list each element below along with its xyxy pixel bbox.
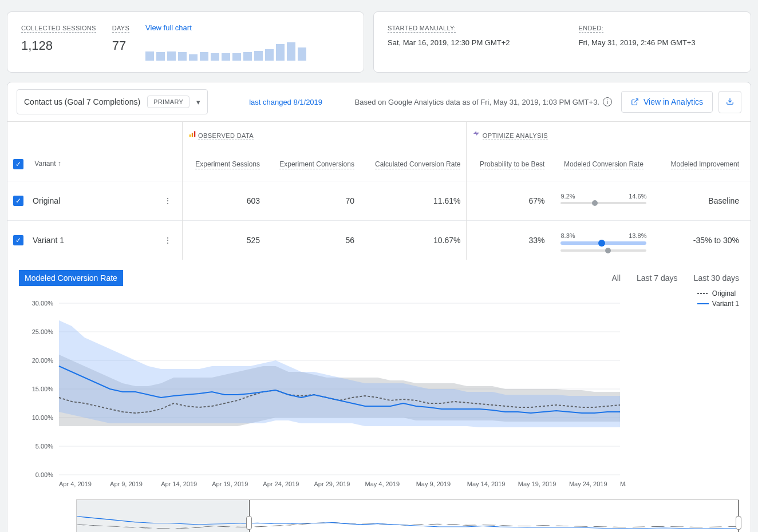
prob-best-cell: 33%: [467, 221, 551, 260]
ended-label: ENDED:: [579, 25, 603, 33]
svg-text:May 24, 2019: May 24, 2019: [569, 481, 607, 487]
svg-text:Apr 14, 2019: Apr 14, 2019: [161, 481, 197, 487]
svg-text:May 29, 2019: May 29, 2019: [620, 481, 626, 487]
days-label: DAYS: [112, 25, 129, 33]
view-in-analytics-button[interactable]: View in Analytics: [621, 91, 713, 113]
goal-label: Contact us (Goal 7 Completions): [24, 97, 140, 106]
row-menu-button[interactable]: ⋮: [159, 194, 176, 208]
info-icon[interactable]: i: [603, 97, 612, 106]
time-scrubber[interactable]: [76, 499, 739, 532]
summary-card-dates: STARTED MANUALLY: Sat, Mar 16, 2019, 12:…: [373, 11, 751, 73]
open-external-icon: [631, 98, 639, 106]
conversions-cell: 70: [266, 181, 360, 221]
collected-sessions-label: COLLECTED SESSIONS: [21, 25, 96, 33]
chevron-down-icon: ▾: [196, 98, 200, 106]
chart-metric-selector[interactable]: Modeled Conversion Rate: [19, 270, 123, 286]
download-button[interactable]: [718, 91, 741, 113]
svg-text:Apr 19, 2019: Apr 19, 2019: [212, 481, 248, 487]
range-last-7-days[interactable]: Last 7 days: [637, 273, 678, 283]
variant-name: Original: [33, 196, 60, 205]
row-checkbox[interactable]: ✓: [13, 235, 23, 245]
improvement-cell: -35% to 30%: [657, 221, 751, 260]
svg-text:0.00%: 0.00%: [35, 471, 53, 478]
data-note: Based on Google Analytics data as of Fri…: [355, 98, 599, 106]
conversion-rate-chart: 0.00%5.00%10.00%15.00%20.00%25.00%30.00%…: [19, 297, 626, 492]
svg-rect-2: [189, 134, 191, 137]
summary-card-sessions: COLLECTED SESSIONS 1,128 DAYS 77 View fu…: [7, 11, 364, 73]
controls-row: Contact us (Goal 7 Completions) PRIMARY …: [7, 82, 751, 122]
svg-rect-3: [192, 133, 193, 137]
svg-text:Apr 24, 2019: Apr 24, 2019: [263, 481, 299, 487]
svg-text:Apr 9, 2019: Apr 9, 2019: [110, 481, 143, 487]
variant-header[interactable]: Variant ↑: [34, 160, 61, 168]
view-full-chart-link[interactable]: View full chart: [145, 23, 192, 32]
svg-text:Apr 29, 2019: Apr 29, 2019: [314, 481, 350, 487]
variants-table: OBSERVED DATA OPTIMIZE ANALYSIS ✓ Varian…: [7, 122, 751, 260]
table-row: ✓ Variant 1 ⋮ 525 56 10.67% 33% 8.3%13.8…: [7, 221, 751, 260]
ended-value: Fri, May 31, 2019, 2:46 PM GMT+3: [579, 38, 696, 47]
row-menu-button[interactable]: ⋮: [159, 233, 176, 247]
sparkline-chart: [145, 42, 350, 61]
sessions-cell: 603: [182, 181, 266, 221]
sessions-cell: 525: [182, 221, 266, 260]
svg-text:15.00%: 15.00%: [32, 386, 54, 392]
modeled-rate-cell: 9.2%14.6%: [550, 181, 657, 221]
range-last-30-days[interactable]: Last 30 days: [694, 273, 739, 283]
download-icon: [726, 97, 734, 105]
row-checkbox[interactable]: ✓: [13, 196, 23, 206]
range-all[interactable]: All: [611, 273, 621, 283]
svg-text:25.00%: 25.00%: [32, 328, 54, 335]
collected-sessions-value: 1,128: [21, 38, 96, 53]
sessions-header: Experiment Sessions: [195, 160, 260, 169]
observed-data-header: OBSERVED DATA: [198, 132, 254, 140]
svg-text:30.00%: 30.00%: [32, 300, 54, 307]
svg-text:May 9, 2019: May 9, 2019: [416, 481, 451, 487]
svg-text:May 4, 2019: May 4, 2019: [365, 481, 400, 487]
calc-rate-header: Calculated Conversion Rate: [375, 160, 460, 169]
modeled-rate-cell: 8.3%13.8%: [550, 221, 657, 260]
scrub-handle-left[interactable]: [246, 516, 252, 530]
improvement-cell: Baseline: [657, 181, 751, 221]
last-changed-link[interactable]: last changed 8/1/2019: [249, 98, 322, 106]
scrubber-chart: [77, 500, 739, 532]
prob-best-header: Probability to be Best: [480, 160, 544, 169]
svg-text:May 14, 2019: May 14, 2019: [467, 481, 506, 487]
started-value: Sat, Mar 16, 2019, 12:30 PM GMT+2: [388, 38, 510, 47]
svg-text:Apr 4, 2019: Apr 4, 2019: [59, 481, 92, 487]
optimize-analysis-header: OPTIMIZE ANALYSIS: [483, 132, 548, 140]
conversions-cell: 56: [266, 221, 360, 260]
svg-text:20.00%: 20.00%: [32, 357, 54, 364]
goal-dropdown[interactable]: Contact us (Goal 7 Completions) PRIMARY …: [17, 89, 208, 114]
svg-text:May 19, 2019: May 19, 2019: [518, 481, 556, 487]
variant-name: Variant 1: [33, 236, 64, 245]
bar-chart-icon: [188, 130, 196, 138]
chart-legend: Original Variant 1: [697, 289, 739, 310]
optimize-icon: [472, 130, 480, 138]
svg-line-0: [634, 99, 638, 102]
modeled-rate-header: Modeled Conversion Rate: [564, 160, 643, 169]
main-card: Contact us (Goal 7 Completions) PRIMARY …: [7, 82, 751, 532]
svg-text:10.00%: 10.00%: [32, 414, 54, 421]
scrub-handle-right[interactable]: [736, 516, 741, 530]
svg-rect-4: [194, 131, 195, 137]
prob-best-cell: 67%: [467, 181, 551, 221]
calc-rate-cell: 10.67%: [360, 221, 467, 260]
select-all-checkbox[interactable]: ✓: [13, 159, 23, 169]
primary-tag: PRIMARY: [147, 96, 189, 108]
conversions-header: Experiment Conversions: [279, 160, 354, 169]
days-value: 77: [112, 38, 129, 53]
svg-text:5.00%: 5.00%: [35, 443, 53, 450]
modeled-improvement-header: Modeled Improvement: [671, 160, 739, 169]
calc-rate-cell: 11.61%: [360, 181, 467, 221]
started-label: STARTED MANUALLY:: [388, 25, 456, 33]
table-row: ✓ Original ⋮ 603 70 11.61% 67% 9.2%14.6%…: [7, 181, 751, 221]
